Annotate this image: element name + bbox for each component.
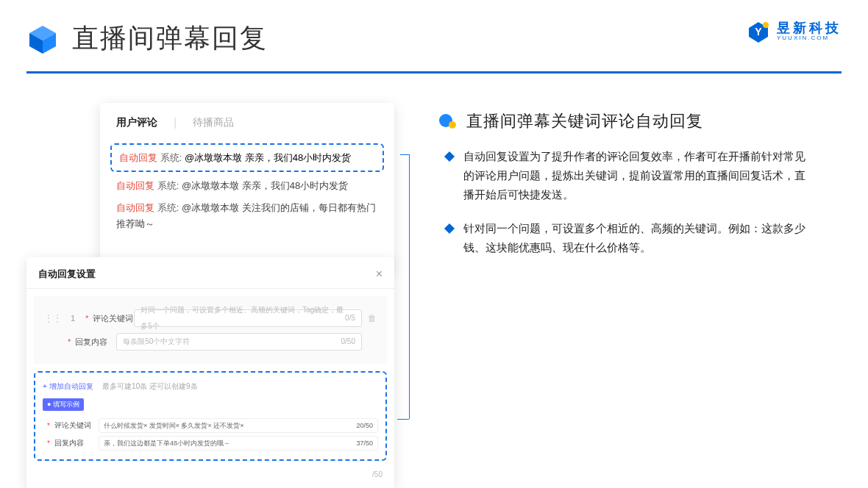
section-icon	[438, 112, 458, 131]
tab-user-comments[interactable]: 用户评论	[116, 116, 157, 129]
comments-panel: 用户评论 | 待播商品 自动回复 系统: @冰墩墩本墩 亲亲，我们48小时内发货…	[100, 103, 394, 269]
ex-keyword-tags: 什么时候发货× 发货时间× 多久发货× 还不发货×	[104, 421, 244, 431]
comment-row: 自动回复 系统: @冰墩墩本墩 关注我们的店铺，每日都有热门推荐呦～	[100, 194, 394, 232]
page-title: 直播间弹幕回复	[72, 21, 268, 57]
connector-line	[409, 154, 410, 419]
required-star: *	[85, 314, 88, 323]
section-title: 直播间弹幕关键词评论自动回复	[466, 110, 703, 132]
trailing-counter: /50	[372, 470, 383, 478]
drag-handle-icon[interactable]: ⋮⋮	[44, 313, 62, 323]
auto-reply-tag: 自动回复	[119, 152, 157, 163]
bullet-1: 自动回复设置为了提升作者的评论回复效率，作者可在开播前针对常见的评论用户问题，提…	[446, 147, 812, 204]
brand-name-en: YUUXIN.COM	[777, 35, 842, 42]
ex-reply-input[interactable]: 亲，我们这边都是下单48小时内发货的哦～ 37/50	[99, 436, 378, 451]
svg-point-5	[763, 22, 769, 28]
reply-input[interactable]: 每条限50个中文字符0/50	[116, 333, 362, 351]
comment-row: 自动回复 系统: @冰墩墩本墩 亲亲，我们48小时内发货	[100, 172, 394, 194]
example-badge: ● 填写示例	[43, 398, 84, 411]
highlighted-comment: 自动回复 系统: @冰墩墩本墩 亲亲，我们48小时内发货	[110, 143, 384, 172]
bullet-text-2: 针对同一个问题，可设置多个相近的、高频的关键词。例如：这款多少钱、这块能优惠吗、…	[463, 219, 812, 257]
svg-text:Y: Y	[755, 26, 762, 37]
svg-point-7	[449, 121, 456, 129]
comment-text-2: @冰墩墩本墩 亲亲，我们48小时内发货	[182, 180, 348, 191]
diamond-icon	[444, 151, 455, 162]
keyword-label: 评论关键词	[93, 313, 134, 324]
keyword-input[interactable]: 对同一个问题，可设置多个相近、高频的关键词，Tag确定，最多5个0/5	[134, 309, 362, 327]
tab-divider: |	[174, 116, 177, 129]
ex-reply-label: 回复内容	[54, 438, 99, 448]
tab-pending-products[interactable]: 待播商品	[193, 116, 234, 129]
close-icon[interactable]: ×	[376, 268, 383, 281]
settings-title: 自动回复设置	[38, 268, 96, 281]
system-tag: 系统:	[160, 152, 182, 163]
row-number: 1	[65, 314, 81, 323]
connector-line	[397, 419, 409, 420]
add-hint: 最多可建10条 还可以创建9条	[102, 382, 197, 390]
ex-keyword-input[interactable]: 什么时候发货× 发货时间× 多久发货× 还不发货× 20/50	[99, 418, 378, 433]
brand-logo: Y 昱新科技 YUUXIN.COM	[747, 21, 842, 43]
example-callout: + 增加自动回复 最多可建10条 还可以创建9条 ● 填写示例 * 评论关键词 …	[34, 371, 387, 461]
comment-text-3: @冰墩墩本墩 关注我们的店铺，每日都有热门推荐呦～	[116, 202, 376, 229]
delete-icon[interactable]: 🗑	[368, 313, 377, 323]
reply-label: 回复内容	[75, 337, 116, 348]
bullet-text-1: 自动回复设置为了提升作者的评论回复效率，作者可在开播前针对常见的评论用户问题，提…	[463, 147, 812, 204]
ex-keyword-label: 评论关键词	[54, 420, 99, 431]
comment-text-1: @冰墩墩本墩 亲亲，我们48小时内发货	[185, 152, 351, 163]
diamond-icon	[444, 223, 455, 234]
brand-name-cn: 昱新科技	[777, 21, 842, 35]
auto-reply-settings-panel: 自动回复设置 × ⋮⋮ 1 * 评论关键词 对同一个问题，可设置多个相近、高频的…	[26, 257, 394, 488]
cube-icon	[26, 23, 59, 55]
bullet-2: 针对同一个问题，可设置多个相近的、高频的关键词。例如：这款多少钱、这块能优惠吗、…	[446, 219, 812, 257]
connector-line	[400, 154, 409, 155]
add-auto-reply-link[interactable]: + 增加自动回复	[43, 381, 93, 392]
